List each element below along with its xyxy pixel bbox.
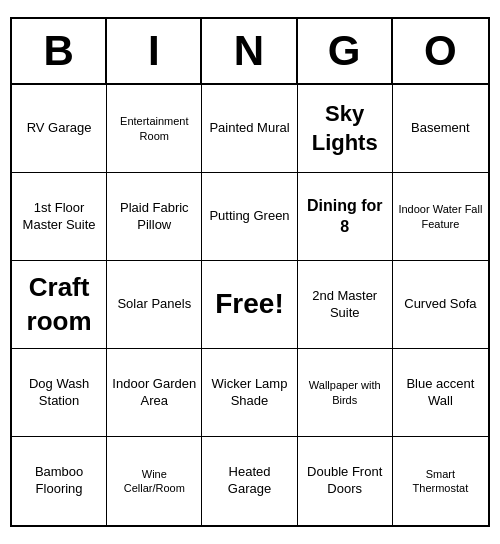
bingo-card: BINGO RV GarageEntertainment RoomPainted… (10, 17, 490, 527)
bingo-letter-g: G (298, 19, 393, 83)
bingo-cell-o3: Curved Sofa (393, 261, 488, 349)
bingo-cell-b3: Craft room (12, 261, 107, 349)
bingo-cell-g3: 2nd Master Suite (298, 261, 393, 349)
bingo-cell-o4: Blue accent Wall (393, 349, 488, 437)
bingo-cell-n5: Heated Garage (202, 437, 297, 525)
bingo-cell-g5: Double Front Doors (298, 437, 393, 525)
bingo-cell-i1: Entertainment Room (107, 85, 202, 173)
bingo-letter-o: O (393, 19, 488, 83)
bingo-cell-b5: Bamboo Flooring (12, 437, 107, 525)
bingo-cell-o2: Indoor Water Fall Feature (393, 173, 488, 261)
bingo-cell-b1: RV Garage (12, 85, 107, 173)
bingo-letter-i: I (107, 19, 202, 83)
bingo-cell-g4: Wallpaper with Birds (298, 349, 393, 437)
bingo-cell-i4: Indoor Garden Area (107, 349, 202, 437)
bingo-cell-i2: Plaid Fabric Pillow (107, 173, 202, 261)
bingo-letter-b: B (12, 19, 107, 83)
bingo-cell-n1: Painted Mural (202, 85, 297, 173)
bingo-cell-n3: Free! (202, 261, 297, 349)
bingo-cell-b4: Dog Wash Station (12, 349, 107, 437)
bingo-cell-n4: Wicker Lamp Shade (202, 349, 297, 437)
bingo-cell-o1: Basement (393, 85, 488, 173)
bingo-grid: RV GarageEntertainment RoomPainted Mural… (12, 85, 488, 525)
bingo-cell-b2: 1st Floor Master Suite (12, 173, 107, 261)
bingo-cell-g1: Sky Lights (298, 85, 393, 173)
bingo-cell-i5: Wine Cellar/Room (107, 437, 202, 525)
bingo-cell-i3: Solar Panels (107, 261, 202, 349)
bingo-cell-o5: Smart Thermostat (393, 437, 488, 525)
bingo-letter-n: N (202, 19, 297, 83)
bingo-cell-n2: Putting Green (202, 173, 297, 261)
bingo-header: BINGO (12, 19, 488, 85)
bingo-cell-g2: Dining for 8 (298, 173, 393, 261)
